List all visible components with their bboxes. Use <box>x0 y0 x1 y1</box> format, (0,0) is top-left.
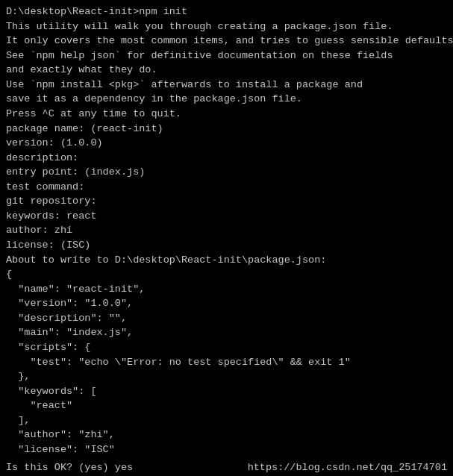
terminal-output: D:\desktop\React-init>npm initThis utili… <box>6 4 447 472</box>
terminal-line: This utility will walk you through creat… <box>6 19 447 34</box>
terminal-line: entry point: (index.js) <box>6 165 447 180</box>
terminal-line: "scripts": { <box>6 340 447 355</box>
terminal-line: "version": "1.0.0", <box>6 296 447 311</box>
blog-url: https://blog.csdn.net/qq_25174701 <box>248 462 447 473</box>
terminal-line: license: (ISC) <box>6 238 447 253</box>
terminal-line: "test": "echo \"Error: no test specified… <box>6 355 447 370</box>
ok-prompt: Is this OK? (yes) yes <box>6 462 133 473</box>
bottom-bar: Is this OK? (yes) yes https://blog.csdn.… <box>0 459 453 476</box>
terminal-line: description: <box>6 151 447 166</box>
terminal-line: "description": "", <box>6 311 447 326</box>
terminal-line: "main": "index.js", <box>6 325 447 340</box>
terminal-line: "react" <box>6 398 447 413</box>
terminal-line: Press ^C at any time to quit. <box>6 107 447 122</box>
terminal-line: D:\desktop\React-init>npm init <box>6 4 447 19</box>
terminal-line: "author": "zhi", <box>6 428 447 442</box>
terminal-line: version: (1.0.0) <box>6 136 447 151</box>
terminal-line: git repository: <box>6 194 447 209</box>
terminal-line: author: zhi <box>6 223 447 238</box>
terminal-line: It only covers the most common items, an… <box>6 34 447 48</box>
terminal-line: "name": "react-init", <box>6 282 447 297</box>
terminal-line: About to write to D:\desktop\React-init\… <box>6 253 447 268</box>
terminal-line: }, <box>6 369 447 384</box>
terminal-line: test command: <box>6 180 447 195</box>
terminal-line: and exactly what they do. <box>6 63 447 78</box>
terminal-line: package name: (react-init) <box>6 122 447 137</box>
terminal-line: Use `npm install <pkg>` afterwards to in… <box>6 78 447 93</box>
terminal-line: "keywords": [ <box>6 384 447 399</box>
terminal-line: "license": "ISC" <box>6 442 447 457</box>
terminal-window: D:\desktop\React-init>npm initThis utili… <box>0 0 453 476</box>
terminal-line: save it as a dependency in the package.j… <box>6 92 447 107</box>
terminal-line: ], <box>6 413 447 428</box>
terminal-line: See `npm help json` for definitive docum… <box>6 48 447 63</box>
terminal-line: keywords: react <box>6 209 447 224</box>
terminal-line: { <box>6 267 447 282</box>
